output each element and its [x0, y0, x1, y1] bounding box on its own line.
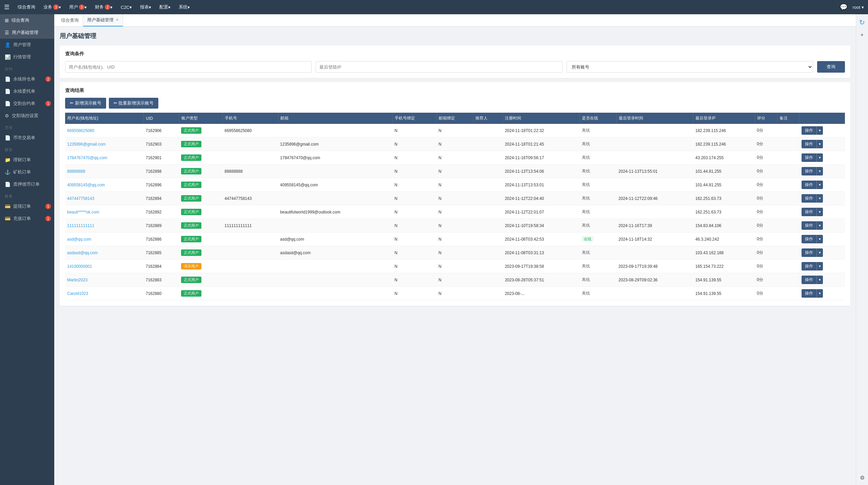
- batch-add-demo-button[interactable]: ✏ 批量新增演示账号: [109, 98, 159, 109]
- operate-button[interactable]: 操作: [802, 167, 816, 175]
- nav-item-report[interactable]: 报表 ▾: [137, 0, 155, 14]
- operate-dropdown-button[interactable]: ▾: [816, 208, 823, 216]
- sidebar-item-miner-order[interactable]: ⚓ 矿机订单: [0, 166, 54, 178]
- operate-button[interactable]: 操作: [802, 126, 816, 135]
- pledge-icon: 📄: [5, 182, 11, 187]
- sidebar-item-recharge[interactable]: 💳 充值订单 1: [0, 212, 54, 225]
- nav-item-config[interactable]: 配置 ▾: [156, 0, 174, 14]
- col-last-login-ip: 最后登录IP: [693, 113, 755, 124]
- chat-icon[interactable]: 💬: [840, 3, 847, 11]
- sidebar-item-user-mgmt[interactable]: 👤 用户管理: [0, 39, 54, 51]
- operate-button[interactable]: 操作: [802, 289, 816, 298]
- user-info[interactable]: root ▾: [853, 5, 864, 10]
- sidebar-item-coin-trade[interactable]: 📄 币市交易单: [0, 132, 54, 144]
- col-uid: UID: [144, 113, 179, 124]
- tab-overview[interactable]: 综合查询: [57, 14, 83, 26]
- cell-remark: [777, 137, 800, 151]
- cell-email: [278, 192, 392, 205]
- username-link[interactable]: Carol41023: [67, 291, 88, 296]
- account-type-tag: 正式用户: [181, 277, 201, 283]
- sidebar-label: 理财订单: [13, 157, 31, 163]
- cell-uid: 7162883: [144, 273, 179, 287]
- operate-dropdown-button[interactable]: ▾: [816, 221, 823, 230]
- cell-score: 0分: [755, 178, 777, 192]
- operate-dropdown-button[interactable]: ▾: [816, 248, 823, 257]
- gear-icon-right[interactable]: ⚙: [859, 473, 866, 482]
- operate-button[interactable]: 操作: [802, 276, 816, 284]
- tab-user-basic[interactable]: 用户基础管理 ✕: [83, 14, 123, 26]
- search-button[interactable]: 查询: [817, 61, 845, 73]
- col-account-type: 账户类型: [179, 113, 222, 124]
- operate-button[interactable]: 操作: [802, 235, 816, 243]
- sidebar-item-delivery-settings[interactable]: ⚙ 交割场控设置: [0, 110, 54, 122]
- cell-last-login-time: 2024-11-16T17:39: [616, 219, 693, 232]
- operate-dropdown-button[interactable]: ▾: [816, 167, 823, 175]
- operate-dropdown-button[interactable]: ▾: [816, 140, 823, 148]
- sidebar-item-user-basic[interactable]: ☰ 用户基础管理: [0, 26, 54, 39]
- username-link[interactable]: beauti*****ok.com: [67, 210, 99, 214]
- operate-dropdown-button[interactable]: ▾: [816, 289, 823, 298]
- nav-item-finance[interactable]: 财务 2 ▾: [92, 0, 116, 14]
- cell-email-bound: N: [436, 192, 473, 205]
- cell-last-login-ip: 154.91.139.55: [693, 273, 755, 287]
- operate-button[interactable]: 操作: [802, 208, 816, 216]
- operate-button[interactable]: 操作: [802, 262, 816, 271]
- table-row: Carol41023 7162880 正式用户 N N 2023-08-... …: [65, 287, 845, 300]
- refresh-icon[interactable]: ↻: [858, 17, 866, 28]
- cell-account-type: 正式用户: [179, 178, 222, 192]
- nav-item-c2c[interactable]: C2C ▾: [117, 0, 135, 14]
- username-link[interactable]: 409558145@qq.com: [67, 183, 105, 187]
- ip-search-input[interactable]: [316, 61, 562, 73]
- sidebar-item-finance-order[interactable]: 📁 理财订单: [0, 154, 54, 166]
- cell-username: Carol41023: [65, 287, 144, 300]
- operate-dropdown-button[interactable]: ▾: [816, 194, 823, 203]
- operate-button[interactable]: 操作: [802, 221, 816, 230]
- add-demo-button[interactable]: ✏ 新增演示账号: [65, 98, 106, 109]
- cell-reg-time: 2023-08-...: [503, 287, 580, 300]
- nav-item-system[interactable]: 系统 ▾: [175, 0, 193, 14]
- sidebar-item-withdraw[interactable]: 💳 提现订单 1: [0, 200, 54, 212]
- sidebar-item-market[interactable]: 📊 行情管理: [0, 51, 54, 63]
- username-search-input[interactable]: [65, 61, 312, 73]
- username-link[interactable]: 1235896@gmail.com: [67, 142, 106, 147]
- tab-close-icon[interactable]: ✕: [116, 18, 119, 22]
- sidebar-item-perp-delegate[interactable]: 📄 永续委托单: [0, 85, 54, 97]
- username-link[interactable]: 669558625080: [67, 128, 94, 133]
- username-link[interactable]: 88888888: [67, 169, 85, 174]
- cell-phone-bound: N: [392, 287, 436, 300]
- account-type-select[interactable]: 所有账号 正式用户 演示用户: [567, 61, 813, 73]
- username-link[interactable]: Martin2023: [67, 278, 87, 282]
- operate-dropdown-button[interactable]: ▾: [816, 276, 823, 284]
- username-link[interactable]: 447447758143: [67, 196, 94, 201]
- username-link[interactable]: 14100000001: [67, 264, 92, 269]
- nav-item-business[interactable]: 业务 3 ▾: [40, 0, 64, 14]
- nav-item-user[interactable]: 用户 3 ▾: [66, 0, 90, 14]
- sidebar-item-pledge-order[interactable]: 📄 质押借币订单: [0, 178, 54, 190]
- operate-dropdown-button[interactable]: ▾: [816, 262, 823, 271]
- nav-item-overview[interactable]: 综合查询: [14, 0, 39, 14]
- username-link[interactable]: asd@qq.com: [67, 237, 91, 242]
- operate-button[interactable]: 操作: [802, 194, 816, 203]
- operate-button[interactable]: 操作: [802, 140, 816, 148]
- username-link[interactable]: 1784767470@qq.com: [67, 155, 107, 160]
- hamburger-icon[interactable]: ☰: [4, 3, 9, 11]
- operate-dropdown-button[interactable]: ▾: [816, 235, 823, 243]
- operate-button[interactable]: 操作: [802, 181, 816, 189]
- sidebar-item-overview[interactable]: ⊞ 综合查询: [0, 14, 54, 26]
- cell-remark: [777, 205, 800, 219]
- operate-dropdown-button[interactable]: ▾: [816, 181, 823, 189]
- account-type-tag: 正式用户: [181, 127, 201, 134]
- sidebar-item-perp-position[interactable]: 📄 永续持仓单 2: [0, 73, 54, 85]
- operate-button[interactable]: 操作: [802, 248, 816, 257]
- operate-button[interactable]: 操作: [802, 153, 816, 162]
- operate-dropdown-button[interactable]: ▾: [816, 126, 823, 135]
- plus-icon[interactable]: +: [859, 31, 865, 39]
- username-link[interactable]: asdasd@qq.com: [67, 250, 98, 255]
- home-icon: ⊞: [5, 18, 9, 23]
- username-link[interactable]: 111111111111: [67, 223, 94, 228]
- table-row: beauti*****ok.com 7162892 正式用户 beautiful…: [65, 205, 845, 219]
- account-type-tag: 正式用户: [181, 195, 201, 202]
- sidebar-item-delivery-contract[interactable]: 📄 交割合约单 1: [0, 97, 54, 110]
- operate-dropdown-button[interactable]: ▾: [816, 153, 823, 162]
- cell-username: 1235896@gmail.com: [65, 137, 144, 151]
